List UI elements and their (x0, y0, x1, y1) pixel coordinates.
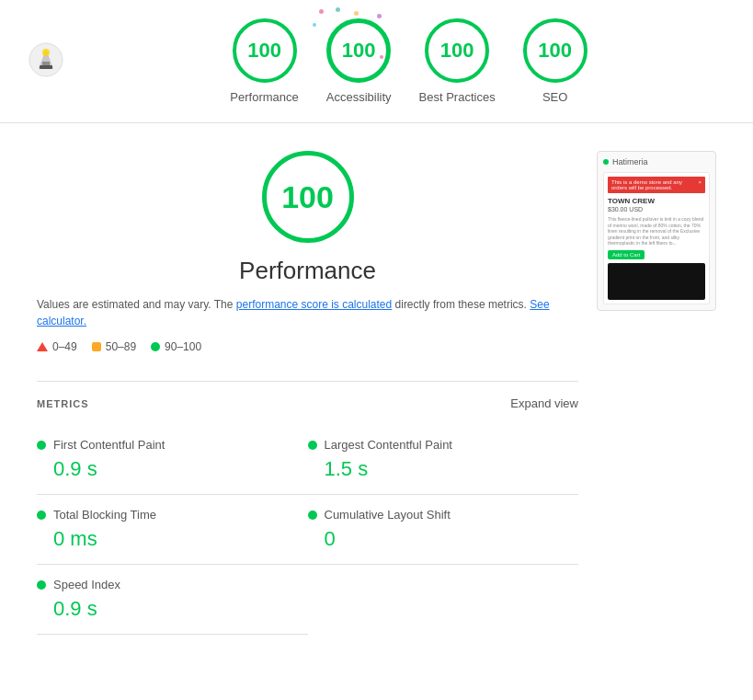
metric-item-cls: Cumulative Layout Shift 0 (308, 495, 579, 565)
preview-body-text: This fleece-lined pullover is knit in a … (608, 216, 705, 247)
score-circle-performance: 100 (233, 18, 297, 83)
main-content: 100 Performance Values are estimated and… (0, 123, 753, 662)
metric-name-fcp: First Contentful Paint (53, 438, 165, 452)
right-panel: Hatimeria This is a demo store and any o… (597, 151, 716, 635)
score-label-performance: Performance (230, 90, 298, 104)
top-section: 100 Performance 100 Accessibility (0, 0, 753, 123)
metric-value-fcp: 0.9 s (37, 457, 290, 481)
metric-name-row-cls: Cumulative Layout Shift (308, 508, 561, 522)
score-value-seo: 100 (538, 39, 572, 63)
preview-product-title: TOWN CREW (608, 197, 705, 205)
metric-value-cls: 0 (308, 527, 561, 551)
score-label-seo: SEO (542, 90, 567, 104)
performance-title: Performance (37, 257, 578, 285)
big-score-circle: 100 (262, 151, 354, 243)
preview-content: This is a demo store and any orders will… (603, 172, 710, 304)
metric-name-row-fcp: First Contentful Paint (37, 438, 290, 452)
preview-header: Hatimeria (603, 157, 710, 166)
left-panel: 100 Performance Values are estimated and… (37, 151, 578, 635)
metric-value-tbt: 0 ms (37, 527, 290, 551)
score-circle-seo: 100 (523, 18, 588, 83)
score-value-best-practices: 100 (440, 39, 474, 63)
legend-item-mid: 50–89 (92, 340, 136, 353)
svg-point-4 (42, 49, 50, 56)
preview-banner: This is a demo store and any orders will… (608, 177, 705, 193)
legend-range-low: 0–49 (52, 340, 77, 353)
score-label-accessibility: Accessibility (326, 90, 392, 104)
perf-score-link[interactable]: performance score is calculated (236, 298, 392, 311)
scores-row: 100 Performance 100 Accessibility (92, 18, 725, 104)
big-score-value: 100 (281, 179, 334, 215)
score-item-best-practices[interactable]: 100 Best Practices (419, 18, 496, 104)
logo-area (28, 41, 74, 81)
metric-name-tbt: Total Blocking Time (53, 508, 156, 522)
perf-score-section: 100 Performance Values are estimated and… (37, 151, 578, 372)
metrics-grid: First Contentful Paint 0.9 s Largest Con… (37, 425, 578, 635)
metric-dot-fcp (37, 441, 46, 450)
preview-product-price: $30.00 USD (608, 206, 705, 212)
metric-item-tbt: Total Blocking Time 0 ms (37, 495, 308, 565)
metric-item-fcp: First Contentful Paint 0.9 s (37, 425, 308, 495)
metric-name-si: Speed Index (53, 578, 120, 591)
score-item-accessibility[interactable]: 100 Accessibility (326, 18, 392, 104)
legend-square-icon (92, 342, 101, 351)
preview-banner-close: × (698, 179, 702, 190)
metric-name-cls: Cumulative Layout Shift (325, 508, 451, 522)
score-value-accessibility: 100 (342, 39, 376, 63)
legend-range-high: 90–100 (165, 340, 201, 353)
legend-circle-icon (151, 342, 160, 351)
desc-text-1: Values are estimated and may vary. The (37, 298, 236, 311)
legend-triangle-icon (37, 342, 48, 351)
perf-description: Values are estimated and may vary. The p… (37, 296, 578, 329)
desc-text-2: directly from these metrics. (392, 298, 530, 311)
preview-product-image (608, 263, 705, 300)
svg-rect-3 (40, 65, 52, 69)
metric-value-si: 0.9 s (37, 597, 290, 621)
metric-item-lcp: Largest Contentful Paint 1.5 s (308, 425, 579, 495)
score-circle-accessibility: 100 (326, 18, 391, 83)
score-item-seo[interactable]: 100 SEO (523, 18, 588, 104)
legend-item-high: 90–100 (151, 340, 201, 353)
legend-row: 0–49 50–89 90–100 (37, 340, 201, 353)
metrics-header: METRICS Expand view (37, 396, 578, 410)
legend-item-low: 0–49 (37, 340, 77, 353)
metric-dot-lcp (308, 441, 317, 450)
metric-dot-cls (308, 511, 317, 520)
expand-view-button[interactable]: Expand view (510, 396, 578, 410)
preview-status-dot (603, 159, 609, 165)
preview-add-to-cart: Add to Cart (608, 250, 645, 259)
metric-value-lcp: 1.5 s (308, 457, 561, 481)
metrics-label: METRICS (37, 398, 89, 409)
preview-site-name: Hatimeria (612, 157, 648, 166)
legend-range-mid: 50–89 (106, 340, 136, 353)
metric-item-si: Speed Index 0.9 s (37, 565, 308, 635)
metric-name-row-lcp: Largest Contentful Paint (308, 438, 561, 452)
metric-name-row-si: Speed Index (37, 578, 290, 591)
metric-name-row-tbt: Total Blocking Time (37, 508, 290, 522)
metrics-section: METRICS Expand view First Contentful Pai… (37, 381, 578, 635)
metric-name-lcp: Largest Contentful Paint (325, 438, 452, 452)
score-item-performance[interactable]: 100 Performance (230, 18, 298, 104)
lighthouse-logo-icon (28, 41, 64, 78)
metric-dot-si (37, 580, 46, 590)
site-preview-box: Hatimeria This is a demo store and any o… (597, 151, 716, 311)
score-value-performance: 100 (247, 39, 281, 63)
score-label-best-practices: Best Practices (419, 90, 496, 104)
score-circle-best-practices: 100 (425, 18, 489, 83)
preview-banner-text: This is a demo store and any orders will… (611, 179, 698, 190)
metric-dot-tbt (37, 511, 46, 520)
